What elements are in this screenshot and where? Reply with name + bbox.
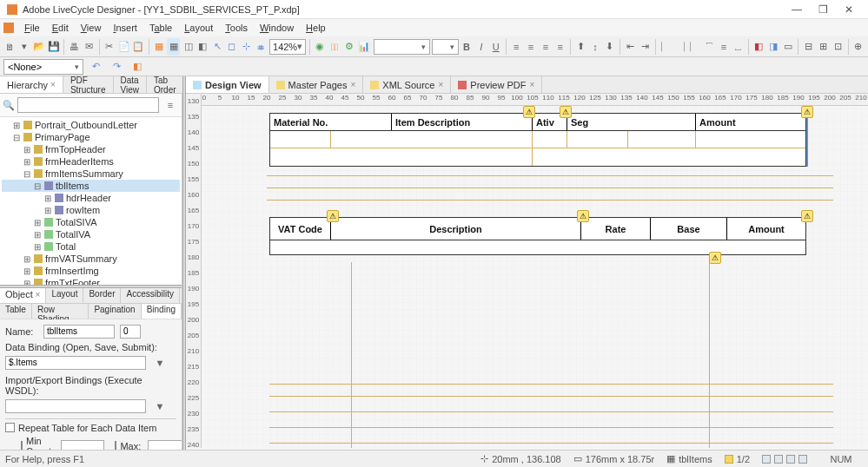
column-amount[interactable]: Amount [696,114,805,130]
snap-icon[interactable]: ◫ [182,38,195,56]
items-table[interactable]: Material No. Item Description Ativ Seg A… [269,113,806,167]
subtab-rowshading[interactable]: Row Shading [32,304,89,319]
column-rate[interactable]: Rate [581,218,651,240]
page-icon[interactable] [762,455,771,464]
copy-button[interactable]: 📄 [117,38,130,56]
tree-node[interactable]: ⊞Portrait_OutboundLetter [2,119,180,131]
binding-popup-icon[interactable]: ▼ [151,398,169,415]
tab-border[interactable]: Border [83,288,121,303]
align-justify-icon[interactable]: ≡ [553,38,567,56]
options-icon[interactable]: ≡ [162,96,179,114]
tree-node[interactable]: ⊞frmHeaderItems [2,155,180,168]
redo-button[interactable]: ↷ [108,58,125,76]
valign-top-icon[interactable]: ⬆ [574,38,587,56]
menu-window[interactable]: Window [255,21,299,35]
menu-edit[interactable]: Edit [47,21,74,35]
paste-button[interactable]: 📋 [132,38,145,56]
align-hc-icon[interactable]: ≡ [718,38,731,56]
indent-left-icon[interactable]: ⇤ [624,38,637,56]
column-item-description[interactable]: Item Description [392,114,533,130]
tool-icon[interactable]: ◻ [226,38,239,56]
table-row[interactable] [270,240,805,254]
index-field[interactable] [120,325,141,339]
tab-data-view[interactable]: Data View [114,76,148,93]
table-row[interactable] [270,148,805,166]
align-icon[interactable]: ⊹ [240,38,253,56]
align-left-icon[interactable]: ≡ [510,38,523,56]
new-dropdown[interactable]: ▾ [18,38,31,56]
column-description[interactable]: Description [331,218,581,240]
warning-marker[interactable]: ⚠ [327,210,339,222]
circle-icon[interactable]: ◉ [314,38,327,56]
databinding-field[interactable] [5,356,146,370]
chart-icon[interactable]: 📊 [357,38,370,56]
repeat-checkbox[interactable] [5,423,15,432]
run-icon[interactable]: ▶⃞ [328,38,341,56]
warning-marker[interactable]: ⚠ [560,106,572,118]
tab-xml-source[interactable]: XML Source× [363,76,451,93]
subtab-pagination[interactable]: Pagination [89,304,141,319]
tree-node[interactable]: ⊞frmTopHeader [2,143,180,155]
close-button[interactable]: ✕ [837,3,861,16]
tree-node[interactable]: ⊞TotalSIVA [2,216,180,228]
hierarchy-tree[interactable]: ⊞Portrait_OutboundLetter ⊟PrimaryPage ⊞f… [0,117,182,285]
mincount-checkbox[interactable] [21,441,23,450]
search-input[interactable] [17,97,159,113]
save-button[interactable]: 💾 [47,38,60,56]
align-hb-icon[interactable]: ⎵ [732,38,745,56]
tree-node[interactable]: ⊞frmInsertImg [2,265,180,277]
name-field[interactable] [43,325,115,339]
new-button[interactable]: 🗎 [3,38,17,56]
print-button[interactable]: 🖶 [68,38,81,56]
column-seg[interactable]: Seg [567,114,696,130]
grp1-icon[interactable]: ⊟ [802,38,815,56]
column-base[interactable]: Base [651,218,727,240]
column-material-no[interactable]: Material No. [270,114,392,130]
tree-node[interactable]: ⊞TotalIVA [2,228,180,240]
column-vat-code[interactable]: VAT Code [270,218,331,240]
fill-icon[interactable]: ◨ [767,38,780,56]
warning-marker[interactable]: ⚠ [709,252,721,264]
tree-node[interactable]: ⊟frmItemsSummary [2,168,180,180]
menu-table[interactable]: Table [144,21,177,35]
tree-node[interactable]: ⊞frmTxtFooter [2,277,180,285]
menu-tools[interactable]: Tools [220,21,253,35]
bold-button[interactable]: B [461,38,474,56]
color-swatch-button[interactable]: ◧ [129,58,146,76]
subtab-binding[interactable]: Binding [142,304,182,319]
warning-marker[interactable]: ⚠ [577,210,589,222]
menu-file[interactable]: File [19,21,45,35]
underline-button[interactable]: U [489,38,502,56]
align-ht-icon[interactable]: ⎴ [703,38,716,56]
page-icon[interactable] [774,455,783,464]
tab-pdf-structure[interactable]: PDF Structure [63,76,114,93]
menu-insert[interactable]: Insert [108,21,142,35]
color-icon[interactable]: ◧ [752,38,765,56]
selector-icon[interactable]: ↖ [211,38,224,56]
max-checkbox[interactable] [115,441,116,450]
vat-table[interactable]: VAT Code Description Rate Base Amount [269,217,806,255]
binding-popup-icon[interactable]: ▼ [151,354,169,372]
close-icon[interactable]: × [529,80,534,89]
font-name-combo[interactable] [374,39,430,55]
importexport-field[interactable] [5,399,146,413]
dist-icon[interactable]: ⩩ [255,38,268,56]
close-icon[interactable]: × [50,80,56,89]
menu-help[interactable]: Help [301,21,331,35]
border-icon[interactable]: ▭ [782,38,795,56]
none-combo[interactable]: <None> [3,59,83,75]
valign-mid-icon[interactable]: ↕ [589,38,602,56]
zoom-combo[interactable]: 142%▾ [269,39,306,55]
link-icon[interactable]: ⊕ [851,38,865,56]
menu-view[interactable]: View [76,21,107,35]
align-vc-icon[interactable]: ⎹ [673,38,686,56]
warning-icon[interactable] [725,455,733,464]
subtab-table[interactable]: Table [0,304,32,319]
check-icon[interactable]: ⚙ [343,38,356,56]
align-vl-icon[interactable]: ⎸ [659,38,672,56]
align-vr-icon[interactable]: ⎸ [688,38,701,56]
tab-master-pages[interactable]: Master Pages× [269,76,364,93]
gridlines-icon[interactable]: ▦ [167,38,180,56]
tab-accessibility[interactable]: Accessibility [121,288,179,303]
align-center-icon[interactable]: ≡ [525,38,538,56]
